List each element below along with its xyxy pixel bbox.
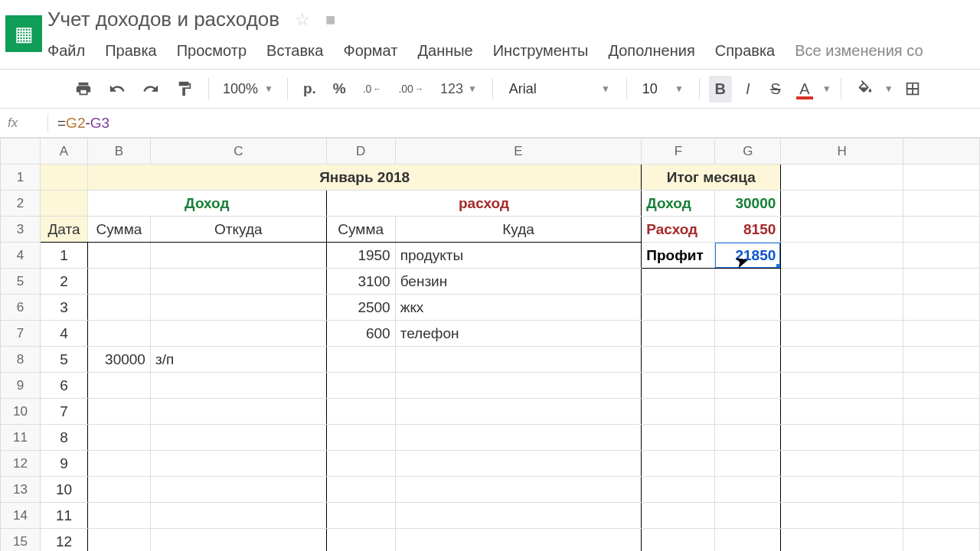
col-header-E[interactable]: E: [395, 139, 642, 165]
cell-G7[interactable]: [715, 321, 781, 347]
menu-help[interactable]: Справка: [715, 42, 775, 60]
cell-A1[interactable]: [40, 165, 87, 191]
row-header-15[interactable]: 15: [1, 529, 41, 552]
cell-G5[interactable]: [715, 269, 781, 295]
row-header-1[interactable]: 1: [1, 165, 41, 191]
cell-F14[interactable]: [642, 503, 715, 529]
row-header-3[interactable]: 3: [1, 217, 41, 243]
cell-E15[interactable]: [395, 529, 642, 552]
selection-handle[interactable]: [776, 264, 781, 269]
menu-edit[interactable]: Правка: [105, 42, 157, 60]
cell-C15[interactable]: [150, 529, 326, 552]
cell-summary-title[interactable]: Итог месяца: [642, 165, 781, 191]
cell-income-from-label[interactable]: Откуда: [150, 217, 326, 243]
cell-G10[interactable]: [715, 399, 781, 425]
cell-D9[interactable]: [326, 373, 395, 399]
cell-E11[interactable]: [395, 425, 642, 451]
cell-D13[interactable]: [326, 477, 395, 503]
cell-B5[interactable]: [87, 269, 150, 295]
cell-C4[interactable]: [150, 243, 326, 269]
percent-button[interactable]: %: [327, 76, 352, 102]
row-header-2[interactable]: 2: [1, 191, 41, 217]
cell-H4[interactable]: [781, 243, 903, 269]
cell-G15[interactable]: [715, 529, 781, 552]
fill-color-icon[interactable]: [851, 76, 880, 102]
cell-A2[interactable]: [40, 191, 87, 217]
cell-B14[interactable]: [87, 503, 150, 529]
cell-F6[interactable]: [642, 295, 715, 321]
cell-F15[interactable]: [642, 529, 715, 552]
cell-B8[interactable]: 30000: [87, 347, 150, 373]
zoom-select[interactable]: 100% ▼: [218, 78, 278, 100]
cell-G12[interactable]: [715, 451, 781, 477]
cell-C6[interactable]: [150, 295, 326, 321]
cell-C14[interactable]: [150, 503, 326, 529]
redo-icon[interactable]: [136, 76, 165, 102]
spreadsheet-grid[interactable]: A B C D E F G H 1 Январь 2018 Итог месяц…: [0, 138, 980, 551]
cell-E5[interactable]: бензин: [395, 269, 642, 295]
cell-B12[interactable]: [87, 451, 150, 477]
cell-E4[interactable]: продукты: [395, 243, 642, 269]
cell-H11[interactable]: [781, 425, 903, 451]
cell-A12[interactable]: 9: [40, 451, 87, 477]
row-header-7[interactable]: 7: [1, 321, 41, 347]
cell-I9[interactable]: [903, 373, 980, 399]
cell-D8[interactable]: [326, 347, 395, 373]
cell-H8[interactable]: [781, 347, 903, 373]
chevron-down-icon[interactable]: ▼: [822, 83, 831, 94]
cell-D6[interactable]: 2500: [326, 295, 395, 321]
col-header-B[interactable]: B: [87, 139, 150, 165]
currency-button[interactable]: р.: [297, 76, 322, 102]
cell-I11[interactable]: [903, 425, 980, 451]
cell-H14[interactable]: [781, 503, 903, 529]
cell-E14[interactable]: [395, 503, 642, 529]
cell-I1[interactable]: [903, 165, 980, 191]
col-header-H[interactable]: H: [781, 139, 903, 165]
cell-date-label[interactable]: Дата: [40, 217, 87, 243]
cell-B4[interactable]: [87, 243, 150, 269]
cell-C13[interactable]: [150, 477, 326, 503]
menu-view[interactable]: Просмотр: [177, 42, 247, 60]
cell-A10[interactable]: 7: [40, 399, 87, 425]
cell-summary-expense-val[interactable]: 8150: [715, 217, 781, 243]
cell-C10[interactable]: [150, 399, 326, 425]
bold-button[interactable]: B: [709, 76, 732, 103]
cell-G9[interactable]: [715, 373, 781, 399]
cell-B6[interactable]: [87, 295, 150, 321]
cell-month-title[interactable]: Январь 2018: [87, 165, 641, 191]
row-header-14[interactable]: 14: [1, 503, 41, 529]
cell-summary-profit-label[interactable]: Профит: [642, 243, 715, 269]
cell-H10[interactable]: [781, 399, 903, 425]
cell-income-sum-label[interactable]: Сумма: [87, 217, 150, 243]
cell-A4[interactable]: 1: [40, 243, 87, 269]
col-header-D[interactable]: D: [326, 139, 395, 165]
cell-I13[interactable]: [903, 477, 980, 503]
cell-C8[interactable]: з/п: [150, 347, 326, 373]
row-header-13[interactable]: 13: [1, 477, 41, 503]
formula-input[interactable]: =G2-G3: [57, 115, 109, 132]
menu-file[interactable]: Файл: [47, 42, 85, 60]
text-color-button[interactable]: A: [792, 76, 818, 103]
cell-I3[interactable]: [903, 217, 980, 243]
cell-income-label[interactable]: Доход: [87, 191, 326, 217]
cell-summary-expense-label[interactable]: Расход: [642, 217, 715, 243]
col-header-G[interactable]: G: [715, 139, 781, 165]
cell-B13[interactable]: [87, 477, 150, 503]
cell-C11[interactable]: [150, 425, 326, 451]
cell-D12[interactable]: [326, 451, 395, 477]
col-header-I[interactable]: [903, 139, 980, 165]
cell-D4[interactable]: 1950: [326, 243, 395, 269]
cell-G4-selected[interactable]: 21850: [715, 243, 781, 269]
cell-B7[interactable]: [87, 321, 150, 347]
cell-I15[interactable]: [903, 529, 980, 552]
cell-H3[interactable]: [781, 217, 903, 243]
row-header-4[interactable]: 4: [1, 243, 41, 269]
cell-F5[interactable]: [642, 269, 715, 295]
cell-E12[interactable]: [395, 451, 642, 477]
cell-I6[interactable]: [903, 295, 980, 321]
cell-A15[interactable]: 12: [40, 529, 87, 552]
col-header-C[interactable]: C: [150, 139, 326, 165]
cell-B9[interactable]: [87, 373, 150, 399]
cell-C12[interactable]: [150, 451, 326, 477]
decrease-decimals-icon[interactable]: .0←: [357, 78, 388, 99]
